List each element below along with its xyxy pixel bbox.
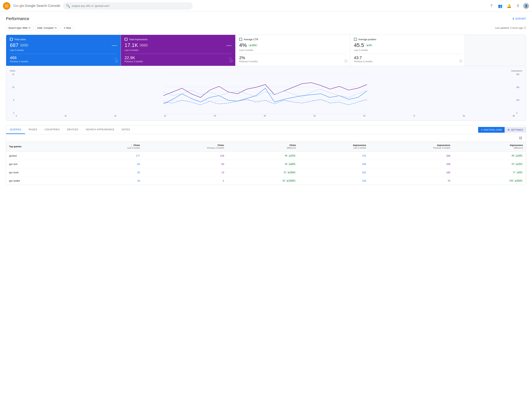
tab-dates[interactable]: DATES [118, 125, 134, 134]
clicks-help-icon[interactable]: ⓘ [115, 59, 118, 63]
date-filter[interactable]: Date: Compare ✏ [35, 25, 59, 31]
impressions-prev-label: Previous 3 months [125, 60, 232, 63]
app-name: Google Search Console [25, 4, 60, 8]
search-type-filter[interactable]: Search type: Web ✏ [6, 25, 33, 31]
tab-pages[interactable]: PAGES [25, 125, 41, 134]
table-row: gsc toolkit 28 2 26 ▲1300% 318 70 248 ▲3… [6, 177, 526, 185]
impressions-value: 17.1K ▼25% — [125, 42, 232, 48]
clicks-value: 687 ▲47% — [10, 42, 117, 48]
notifications-button[interactable]: 🔔 [505, 2, 513, 10]
clicks-prev: 466 ··· [10, 55, 117, 60]
user-avatar[interactable]: 👤 [523, 3, 529, 9]
edit-icon-date: ✏ [55, 26, 57, 30]
google-text: Google [13, 4, 24, 8]
impressions-label: Total impressions [129, 38, 147, 41]
impressions-minus[interactable]: — [226, 42, 232, 48]
clicks-period: Last 3 months [10, 49, 117, 52]
cell-imp-prev: 185 [369, 168, 453, 177]
help-button[interactable]: ? [488, 2, 495, 10]
people-button[interactable]: 👥 [496, 2, 504, 10]
clicks-label: Total clicks [14, 38, 26, 41]
edit-icon: ✏ [29, 26, 31, 30]
table-section: QUERIES PAGES COUNTRIES DEVICES SEARCH A… [6, 125, 526, 185]
settings-button[interactable]: ⚙ SETTINGS [505, 127, 526, 133]
cell-imp-diff: 54 ▲15% [453, 160, 526, 168]
clicks-prev-label: Previous 3 months [10, 60, 117, 63]
cell-imp-prev: 339 [369, 160, 453, 168]
col-imp-prev-header: Impressions Previous 3 months [369, 142, 453, 152]
search-icon: 🔍 [66, 4, 70, 8]
export-button[interactable]: ⬇ EXPORT [512, 17, 526, 20]
position-prev: 43.7 [354, 55, 461, 60]
column-filter-button[interactable]: ⊟ [519, 136, 522, 140]
col-clicks-prev-header: Clicks Previous 3 months [143, 142, 227, 152]
tabs-row: QUERIES PAGES COUNTRIES DEVICES SEARCH A… [6, 125, 526, 134]
info-icon: ⓘ [524, 26, 526, 30]
hamburger-menu[interactable] [3, 2, 10, 10]
cell-query: gsc tools [6, 168, 74, 177]
sort-down-icon: ↓ [131, 144, 132, 147]
header-actions: ? 👥 🔔 ⠿ 👤 [488, 2, 529, 10]
cell-clicks-prev: 50 [143, 160, 227, 168]
cell-imp-diff: 86 ▲29% [453, 152, 526, 160]
cell-imp-last: 202 [299, 168, 369, 177]
clicks-badge: ▲47% [20, 44, 28, 47]
metric-total-clicks: ✓ Total clicks 687 ▲47% — Last 3 months … [6, 35, 121, 66]
cell-imp-diff: 17 ▲9% [453, 168, 526, 177]
settings-icon: ⚙ [507, 128, 510, 131]
cell-imp-prev: 70 [369, 177, 453, 185]
gsctool-button[interactable]: # GSCTOOL.COM [478, 127, 505, 133]
col-clicks-diff-header: Clicks Difference [227, 142, 299, 152]
cell-clicks-last: 35 [74, 168, 143, 177]
col-imp-diff-header: Impressions Difference [453, 142, 526, 152]
app-logo: Google Google Search Console [13, 4, 60, 8]
apps-button[interactable]: ⠿ [514, 2, 522, 10]
cell-query: gsc tool [6, 160, 74, 168]
filter-icon-row: ⊟ [6, 134, 526, 142]
table-row: gsc tools 35 13 22 ▲169% 202 185 17 ▲9% [6, 168, 526, 177]
page-title: Performance [6, 16, 29, 21]
cell-imp-prev: 289 [369, 152, 453, 160]
cell-query: gsc toolkit [6, 177, 74, 185]
clicks-checkbox[interactable]: ✓ [10, 38, 13, 41]
search-input[interactable] [72, 4, 190, 7]
ctr-period: Last 3 months [239, 49, 346, 52]
position-period: Last 3 months [354, 49, 461, 52]
position-badge: ▲4% [366, 44, 373, 47]
header: Google Google Search Console 🔍 ? 👥 🔔 ⠿ 👤 [0, 0, 532, 12]
search-bar[interactable]: 🔍 [63, 2, 193, 10]
tab-queries[interactable]: QUERIES [6, 125, 25, 134]
chart-container: Clicks Impressions 24 16 8 0 [6, 66, 526, 121]
impressions-checkbox[interactable]: ✓ [125, 38, 127, 41]
ctr-badge: ▲100% [248, 44, 258, 47]
impressions-period: Last 3 months [125, 49, 232, 52]
position-checkbox[interactable] [354, 38, 357, 41]
ctr-checkbox[interactable] [239, 38, 242, 41]
metric-average-position: Average position 45.5 ▲4% Last 3 months … [350, 35, 465, 66]
chart-y-right-label: Impressions [511, 70, 522, 72]
plus-icon: + [64, 26, 65, 30]
cell-query: gsctool [6, 152, 74, 160]
clicks-minus[interactable]: — [112, 42, 117, 48]
position-help-icon[interactable]: ⓘ [459, 59, 462, 63]
main-content: Performance ⬇ EXPORT Search type: Web ✏ … [0, 12, 532, 189]
cell-clicks-diff: 48 ▲37% [227, 152, 299, 160]
queries-table: Top queries ↓ Clicks Last 3 months Click… [6, 142, 526, 185]
cell-clicks-diff: 26 ▲1300% [227, 177, 299, 185]
cell-clicks-diff: 34 ▲68% [227, 160, 299, 168]
cell-clicks-prev: 13 [143, 168, 227, 177]
table-header-row: Top queries ↓ Clicks Last 3 months Click… [6, 142, 526, 152]
tab-search-appearance[interactable]: SEARCH APPEARANCE [82, 125, 118, 134]
ctr-value: 4% ▲100% [239, 42, 346, 48]
cell-clicks-prev: 129 [143, 152, 227, 160]
new-filter-button[interactable]: + New [61, 25, 74, 31]
download-icon: ⬇ [512, 17, 514, 20]
metric-empty [465, 35, 526, 66]
impressions-help-icon[interactable]: ⓘ [230, 59, 233, 63]
position-label: Average position [358, 38, 376, 41]
tab-devices[interactable]: DEVICES [63, 125, 82, 134]
ctr-help-icon[interactable]: ⓘ [344, 59, 348, 63]
position-value: 45.5 ▲4% [354, 42, 461, 48]
tab-countries[interactable]: COUNTRIES [41, 125, 63, 134]
chart-y-left-label: Clicks [10, 70, 15, 72]
